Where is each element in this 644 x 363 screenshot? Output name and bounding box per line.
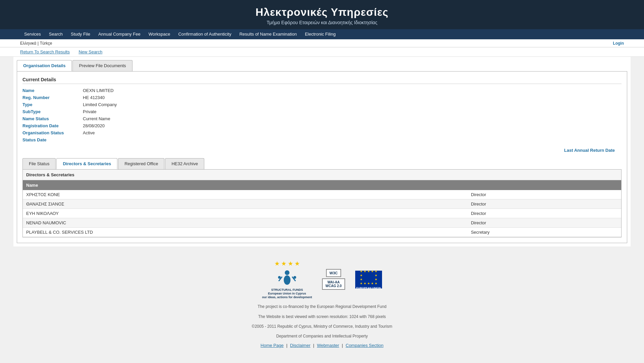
- footer-department-text: Department of Companies and Intellectual…: [0, 333, 644, 339]
- label-name-status: Name Status: [22, 116, 83, 121]
- table-header-name: Name: [23, 180, 468, 190]
- w3c-badge-container: W3C WAI-AAWCAG 2.0: [322, 269, 345, 290]
- label-name: Name: [22, 88, 83, 93]
- label-organisation-status: Organisation Status: [22, 130, 83, 135]
- wcag-label: WAI-AAWCAG 2.0: [322, 278, 345, 290]
- svg-point-4: [278, 276, 281, 279]
- structural-label: STRUCTURAL FUNDSEuropean Union in Cyprus…: [262, 288, 312, 299]
- field-type: Type Limited Company: [22, 102, 622, 107]
- details-box: Current Details Name OEXN LIMITED Reg. N…: [17, 71, 627, 243]
- director-name: NENAD NAUMOVIC: [23, 218, 468, 228]
- nav-services[interactable]: Services: [20, 29, 45, 39]
- tab-he32-archive[interactable]: HE32 Archive: [165, 158, 204, 169]
- table-row: ΧΡΗΣΤΟΣ ΚΟΝΕDirector: [23, 190, 621, 199]
- directors-section-title: Directors & Secretaries: [23, 170, 621, 180]
- language-links: Ελληνικά | Türkçe: [20, 41, 52, 46]
- svg-point-5: [293, 276, 296, 279]
- directors-table: Name ΧΡΗΣΤΟΣ ΚΟΝΕDirectorΘΑΝΑΣΗΣ ΣΙΑΝΟΣD…: [23, 180, 621, 237]
- value-subtype: Private: [83, 109, 96, 114]
- tab-organisation-details[interactable]: Organisation Details: [17, 60, 72, 71]
- login-link[interactable]: Login: [613, 41, 624, 46]
- director-role: Director: [468, 190, 621, 199]
- label-registration-date: Registration Date: [22, 123, 83, 128]
- director-name: ΕΥΗ ΝΙΚΟΛΑΟΥ: [23, 209, 468, 218]
- value-name-status: Current Name: [83, 116, 110, 121]
- footer-copyright-text: ©2005 - 2011 Republic of Cyprus, Ministr…: [0, 323, 644, 330]
- nav-bar: Services Search Study File Annual Compan…: [0, 29, 644, 39]
- page-header: Ηλεκτρονικές Υπηρεσίες Τμήμα Εφόρου Εται…: [0, 0, 644, 29]
- nav-workspace[interactable]: Workspace: [145, 29, 174, 39]
- footer-resolution-text: The Website is best viewed with screen r…: [0, 314, 644, 320]
- inner-tabs: File Status Directors & Secretaries Regi…: [22, 158, 622, 169]
- svg-point-0: [285, 270, 289, 275]
- value-registration-date: 28/08/2020: [83, 123, 105, 128]
- value-reg-number: HE 412340: [83, 95, 105, 100]
- table-row: ΕΥΗ ΝΙΚΟΛΑΟΥDirector: [23, 209, 621, 218]
- field-reg-number: Reg. Number HE 412340: [22, 95, 622, 100]
- field-name-status: Name Status Current Name: [22, 116, 622, 121]
- director-role: Secretary: [468, 228, 621, 237]
- nav-confirmation[interactable]: Confirmation of Authenticity: [174, 29, 235, 39]
- nav-name-examination[interactable]: Results of Name Examination: [235, 29, 301, 39]
- table-row: NENAD NAUMOVICDirector: [23, 218, 621, 228]
- w3c-label: W3C: [326, 269, 341, 277]
- structural-funds-logo: ★ ★ ★ ★ STRUCTURAL FUNDSEuropean U: [262, 260, 312, 299]
- label-reg-number: Reg. Number: [22, 95, 83, 100]
- breadcrumb: Return To Search Results New Search: [0, 47, 644, 57]
- new-search-link[interactable]: New Search: [78, 49, 102, 54]
- value-organisation-status: Active: [83, 130, 95, 135]
- svg-point-1: [284, 275, 290, 285]
- page-footer: ★ ★ ★ ★ STRUCTURAL FUNDSEuropean U: [0, 253, 644, 355]
- director-name: ΘΑΝΑΣΗΣ ΣΙΑΝΟΣ: [23, 199, 468, 209]
- lang-turkish[interactable]: Türkçe: [40, 41, 52, 46]
- current-details-title: Current Details: [22, 77, 622, 84]
- main-content: Organisation Details Preview File Docume…: [13, 57, 631, 246]
- footer-link-companies-section[interactable]: Companies Section: [346, 343, 384, 348]
- director-role: Director: [468, 209, 621, 218]
- eu-label: EUROPEAN UNION: [356, 286, 381, 289]
- table-row: PLAYBELL & CO. SERVICES LTDSecretary: [23, 228, 621, 237]
- return-to-search-link[interactable]: Return To Search Results: [20, 49, 70, 54]
- logo-figure: [275, 269, 299, 286]
- value-name: OEXN LIMITED: [83, 88, 114, 93]
- footer-links: Home Page | Disclaimer | Webmaster | Com…: [0, 343, 644, 348]
- eu-flag: ★ ★ ★ ★ ★ ★ ★ ★ ★ ★ ★ ★ ★ ★ ★ ★: [355, 271, 382, 288]
- director-role: Director: [468, 218, 621, 228]
- table-header-role: [468, 180, 621, 190]
- footer-logos: ★ ★ ★ ★ STRUCTURAL FUNDSEuropean U: [0, 260, 644, 299]
- top-tabs: Organisation Details Preview File Docume…: [17, 60, 627, 71]
- field-name: Name OEXN LIMITED: [22, 88, 622, 93]
- site-subtitle: Τμήμα Εφόρου Εταιρειών και Διανοητικής Ι…: [0, 20, 644, 25]
- tab-registered-office[interactable]: Registered Office: [118, 158, 164, 169]
- director-name: ΧΡΗΣΤΟΣ ΚΟΝΕ: [23, 190, 468, 199]
- table-row: ΘΑΝΑΣΗΣ ΣΙΑΝΟΣDirector: [23, 199, 621, 209]
- last-annual-return-date: Last Annual Return Date: [22, 148, 622, 153]
- footer-project-text: The project is co-financed by the Europe…: [0, 304, 644, 310]
- field-subtype: SubType Private: [22, 109, 622, 114]
- nav-electronic-filing[interactable]: Electronic Filing: [301, 29, 340, 39]
- label-status-date: Status Date: [22, 137, 83, 142]
- lang-greek[interactable]: Ελληνικά: [20, 41, 36, 46]
- label-type: Type: [22, 102, 83, 107]
- nav-study-file[interactable]: Study File: [67, 29, 94, 39]
- value-type: Limited Company: [83, 102, 117, 107]
- footer-link-disclaimer[interactable]: Disclaimer: [290, 343, 311, 348]
- tab-preview-file-documents[interactable]: Preview File Documents: [72, 60, 132, 71]
- field-registration-date: Registration Date 28/08/2020: [22, 123, 622, 128]
- director-name: PLAYBELL & CO. SERVICES LTD: [23, 228, 468, 237]
- language-bar: Ελληνικά | Türkçe Login: [0, 39, 644, 47]
- director-role: Director: [468, 199, 621, 209]
- tab-file-status[interactable]: File Status: [22, 158, 56, 169]
- footer-link-webmaster[interactable]: Webmaster: [317, 343, 339, 348]
- tab-directors-secretaries[interactable]: Directors & Secretaries: [56, 158, 117, 169]
- directors-box: Directors & Secretaries Name ΧΡΗΣΤΟΣ ΚΟΝ…: [22, 169, 622, 237]
- label-subtype: SubType: [22, 109, 83, 114]
- site-title: Ηλεκτρονικές Υπηρεσίες: [0, 6, 644, 18]
- stars-decoration: ★ ★ ★ ★: [274, 260, 300, 267]
- footer-link-home[interactable]: Home Page: [261, 343, 284, 348]
- nav-search[interactable]: Search: [45, 29, 67, 39]
- field-status-date: Status Date: [22, 137, 622, 142]
- field-organisation-status: Organisation Status Active: [22, 130, 622, 135]
- nav-annual-fee[interactable]: Annual Company Fee: [94, 29, 145, 39]
